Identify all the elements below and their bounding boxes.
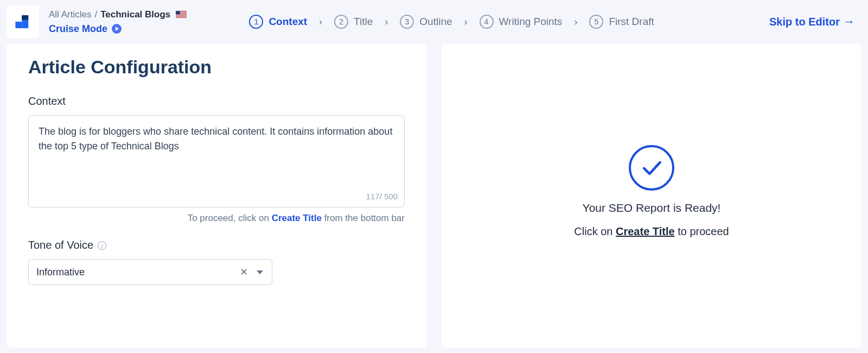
breadcrumb-current[interactable]: Technical Blogs — [100, 9, 170, 20]
breadcrumb-root[interactable]: All Articles — [49, 9, 91, 20]
svg-rect-2 — [22, 15, 28, 20]
skip-to-editor-button[interactable]: Skip to Editor → — [769, 15, 855, 29]
skip-label: Skip to Editor — [769, 16, 840, 28]
chevron-right-icon: › — [319, 16, 322, 28]
step-number: 2 — [334, 15, 348, 29]
step-number: 5 — [589, 15, 603, 29]
step-title[interactable]: 2 Title — [334, 15, 373, 29]
chevron-right-icon: › — [574, 16, 577, 28]
cruise-mode-button[interactable]: Cruise Mode — [49, 23, 187, 35]
chevron-right-icon: › — [385, 16, 388, 28]
seo-proceed-text: Click on Create Title to proceed — [574, 225, 729, 238]
context-textarea[interactable] — [39, 124, 394, 192]
article-config-card: Article Configuration Context 117/ 500 T… — [7, 43, 426, 348]
breadcrumb: All Articles / Technical Blogs — [49, 9, 187, 20]
play-icon — [112, 24, 122, 34]
tone-input[interactable] — [36, 267, 234, 278]
seo-ready-text: Your SEO Report is Ready! — [583, 201, 721, 215]
step-label: Title — [354, 16, 373, 28]
tone-label: Tone of Voice i — [28, 239, 405, 251]
step-first-draft[interactable]: 5 First Draft — [589, 15, 654, 29]
chevron-down-icon[interactable] — [253, 266, 266, 279]
info-icon[interactable]: i — [98, 241, 106, 250]
workflow-steps: 1 Context › 2 Title › 3 Outline › 4 Writ… — [249, 15, 654, 29]
breadcrumb-sep: / — [94, 9, 97, 20]
step-writing-points[interactable]: 4 Writing Points — [480, 15, 563, 29]
flag-us-icon — [176, 11, 187, 18]
chevron-right-icon: › — [464, 16, 468, 28]
step-context[interactable]: 1 Context — [249, 15, 307, 29]
step-outline[interactable]: 3 Outline — [400, 15, 452, 29]
context-hint: To proceed, click on Create Title from t… — [28, 213, 405, 224]
page-title: Article Configuration — [28, 56, 405, 78]
context-textarea-wrapper: 117/ 500 — [28, 115, 405, 207]
step-label: First Draft — [609, 16, 654, 28]
create-title-link[interactable]: Create Title — [272, 213, 322, 223]
cruise-mode-label: Cruise Mode — [49, 23, 107, 35]
arrow-right-icon: → — [843, 15, 855, 29]
step-label: Outline — [419, 16, 452, 28]
step-number: 1 — [249, 15, 263, 29]
step-label: Writing Points — [499, 16, 563, 28]
svg-rect-0 — [15, 22, 22, 28]
seo-report-card: Your SEO Report is Ready! Click on Creat… — [442, 43, 861, 348]
step-number: 4 — [480, 15, 494, 29]
context-label: Context — [28, 95, 405, 108]
tone-combobox[interactable]: ✕ — [28, 259, 272, 285]
char-count: 117/ 500 — [366, 191, 398, 203]
clear-icon[interactable]: ✕ — [237, 266, 250, 279]
step-label: Context — [269, 16, 307, 28]
check-circle-icon — [629, 145, 674, 191]
app-logo[interactable] — [7, 5, 39, 38]
step-number: 3 — [400, 15, 414, 29]
create-title-link[interactable]: Create Title — [616, 225, 675, 237]
